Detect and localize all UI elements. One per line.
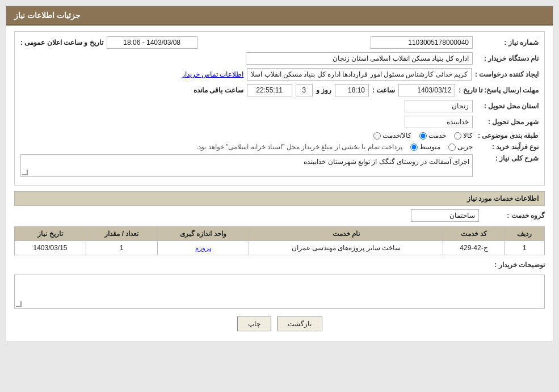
ostan-value: زنجان bbox=[405, 100, 473, 112]
ijad-value: کریم خدائی کارشناس مسئول امور قراردادها … bbox=[247, 68, 472, 81]
info-section: شماره نیاز : 1103005178000040 1403/03/08… bbox=[14, 31, 545, 186]
tozihat-box bbox=[14, 275, 545, 309]
tabaqe-kala-khedmat-label: کالا/خدمت bbox=[383, 132, 411, 140]
tabaqe-kala-radio[interactable] bbox=[454, 132, 461, 140]
tabaqe-kala-khedmat-radio[interactable] bbox=[373, 132, 381, 140]
mohlat-rooz-label: روز و bbox=[316, 86, 331, 94]
row-nam-dastgah: نام دستگاه خریدار : اداره کل بنیاد مسکن … bbox=[20, 52, 539, 65]
row-tabaqe: طبقه بندی موضوعی : کالا/خدمت خدمت کالا bbox=[20, 132, 539, 140]
tabaqe-khedmat-radio[interactable] bbox=[419, 132, 427, 140]
tarikh-elaan-value: 1403/03/08 - 18:06 bbox=[107, 36, 197, 49]
resize-handle-sharh[interactable] bbox=[22, 170, 28, 175]
mohlat-saat-label: ساعت : bbox=[372, 86, 395, 94]
nooe-jozii-radio[interactable] bbox=[448, 144, 456, 151]
table-row: 1ج-42-429ساخت سایر پروژه‌های مهندسی عمرا… bbox=[15, 241, 545, 255]
nooe-jozii-label: جزیی bbox=[457, 143, 473, 151]
tabaqe-khedmat-label: خدمت bbox=[428, 132, 446, 140]
tabaqe-kala-item: کالا bbox=[454, 132, 473, 140]
row-shomara: شماره نیاز : 1103005178000040 1403/03/08… bbox=[20, 36, 539, 49]
tozihat-label: توضیحات خریدار : bbox=[482, 261, 545, 269]
tarikh-elaan-label: تاریخ و ساعت اعلان عمومی : bbox=[20, 39, 103, 47]
mohlat-label: مهلت ارسال پاسخ: تا تاریخ : bbox=[459, 86, 539, 94]
col-kod: کد خدمت bbox=[443, 227, 505, 241]
col-name: نام خدمت bbox=[249, 227, 443, 241]
tabaqe-radio-group: کالا/خدمت خدمت کالا bbox=[373, 132, 473, 140]
col-tedad: تعداد / مقدار bbox=[86, 227, 158, 241]
shomara-label: شماره نیاز : bbox=[476, 39, 539, 47]
nooe-mottaset-item: متوسط bbox=[410, 143, 440, 151]
nam-dastgah-label: نام دستگاه خریدار : bbox=[476, 54, 539, 62]
tabaqe-label: طبقه بندی موضوعی : bbox=[476, 132, 539, 140]
khedamat-section-title: اطلاعات خدمات مورد نیاز bbox=[14, 191, 545, 206]
col-vahed: واحد اندازه گیری bbox=[157, 227, 249, 241]
nam-dastgah-value: اداره کل بنیاد مسکن انقلاب اسلامی استان … bbox=[246, 52, 473, 65]
row-ijad: ایجاد کننده درخواست : کریم خدائی کارشناس… bbox=[20, 68, 539, 81]
services-table: ردیف کد خدمت نام خدمت واحد اندازه گیری ت… bbox=[14, 226, 545, 255]
shahr-value: خداببنده bbox=[405, 116, 473, 128]
page-header: جزئیات اطلاعات نیاز bbox=[6, 6, 553, 26]
ostan-label: استان محل تحویل : bbox=[476, 102, 539, 110]
nooe-jozii-item: جزیی bbox=[448, 143, 473, 151]
sharh-value: اجرای آسفالت در روستای گنگک از توابع شهر… bbox=[304, 158, 469, 166]
ijad-link[interactable]: اطلاعات تماس خریدار bbox=[182, 70, 244, 78]
row-nooe: نوع فرآیند خرید : متوسط جزیی پرداخت تمام… bbox=[20, 143, 539, 151]
nooe-label: نوع فرآیند خرید : bbox=[476, 143, 539, 151]
row-shahr: شهر محل تحویل : خداببنده bbox=[20, 116, 539, 128]
vahed-link[interactable]: پروزه bbox=[195, 244, 211, 252]
button-row: بازگشت چاپ bbox=[14, 317, 545, 331]
bazgasht-button[interactable]: بازگشت bbox=[277, 317, 322, 331]
nooe-mottaset-radio[interactable] bbox=[410, 144, 418, 151]
row-grooh: گروه خدمت : ساختمان bbox=[14, 209, 545, 222]
nooe-description: پرداخت تمام یا بخشی از مبلغ خریداز محل "… bbox=[196, 143, 402, 151]
col-radif: ردیف bbox=[505, 227, 544, 241]
tabaqe-khedmat-item: خدمت bbox=[419, 132, 446, 140]
col-tarikh: تاریخ نیاز bbox=[15, 227, 86, 241]
shomara-value: 1103005178000040 bbox=[371, 36, 473, 49]
nooe-radio-group: متوسط جزیی bbox=[410, 143, 473, 151]
resize-handle-tozihat[interactable] bbox=[16, 301, 22, 307]
page-title: جزئیات اطلاعات نیاز bbox=[14, 11, 81, 20]
sharh-label: شرح کلی نیاز : bbox=[476, 154, 539, 162]
ijad-label: ایجاد کننده درخواست : bbox=[475, 70, 539, 78]
row-ostan: استان محل تحویل : زنجان bbox=[20, 100, 539, 112]
tabaqe-kala-khedmat-item: کالا/خدمت bbox=[373, 132, 411, 140]
mohlat-date: 1403/03/12 bbox=[398, 84, 455, 96]
mohlat-saat: 18:10 bbox=[335, 84, 369, 96]
grooh-label: گروه خدمت : bbox=[482, 212, 545, 220]
mohlat-rooz: 3 bbox=[296, 84, 313, 96]
mohlat-baqi-label: ساعت باقی مانده bbox=[194, 86, 243, 94]
shahr-label: شهر محل تحویل : bbox=[476, 118, 539, 126]
nooe-mottaset-label: متوسط bbox=[419, 143, 440, 151]
grooh-value: ساختمان bbox=[411, 209, 479, 222]
row-sharh: شرح کلی نیاز : اجرای آسفالت در روستای گن… bbox=[20, 154, 539, 177]
tabaqe-kala-label: کالا bbox=[463, 132, 473, 140]
mohlat-baqi: 22:55:11 bbox=[247, 84, 292, 96]
row-tozihat: توضیحات خریدار : bbox=[14, 261, 545, 309]
row-mohlat: مهلت ارسال پاسخ: تا تاریخ : 1403/03/12 س… bbox=[20, 84, 539, 96]
chap-button[interactable]: چاپ bbox=[237, 317, 271, 331]
